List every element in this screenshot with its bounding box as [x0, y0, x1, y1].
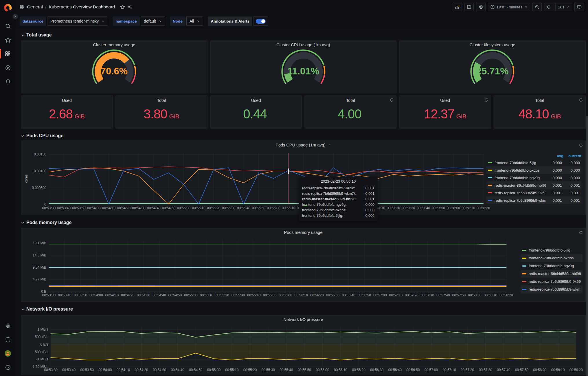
panel-refresh-icon[interactable]	[579, 98, 583, 102]
annotations-label: Annotations & Alerts	[208, 16, 252, 26]
sidebar-expand-button[interactable]	[12, 13, 19, 20]
svg-text:00:56:00: 00:56:00	[267, 206, 280, 210]
legend-item[interactable]: redis-replica-7b6d8965b9-9k69c0.0010.001	[486, 189, 581, 197]
variable-datasource: datasource Prometheus tender-minsky	[20, 16, 108, 26]
legend-item[interactable]: frontend-79b6ddfbfc-bxdbs	[521, 254, 583, 262]
memory-usage-chart[interactable]: 0 B4.77 MiB9.54 MiB14.3 MiB19.1 MiB00:53…	[21, 228, 585, 302]
series-current-value: 0.000	[562, 168, 580, 173]
sidebar-item-search[interactable]	[0, 19, 16, 33]
add-panel-button[interactable]	[453, 3, 462, 11]
section-network-io-pressure[interactable]: Network I/O pressure	[21, 305, 586, 313]
section-total-usage[interactable]: Total usage	[21, 31, 586, 39]
legend-item[interactable]: frontend-79b6ddfbfc-bxdbs0.0000.000	[486, 166, 581, 174]
svg-text:00:56:10: 00:56:10	[295, 293, 308, 297]
main-area: General / Kubernetes Overview Dashboard	[16, 0, 588, 376]
tooltip-series-row: redis-replica-7b6d8965b9-wkm7k:0.001	[302, 191, 374, 196]
panel-cluster-memory-usage: Cluster memory usage 70.6%	[21, 41, 207, 93]
panel-refresh-icon[interactable]	[389, 98, 394, 102]
series-color-swatch	[488, 162, 492, 163]
share-icon[interactable]	[128, 5, 133, 9]
sidebar-item-explore[interactable]	[0, 61, 16, 75]
svg-text:00:54:40: 00:54:40	[171, 368, 185, 372]
stat-label[interactable]: Used	[210, 98, 302, 103]
memory-chart-legend: frontend-79b6ddfbfc-5ljlgfrontend-79b6dd…	[521, 246, 583, 293]
annotations-toggle[interactable]	[253, 16, 268, 26]
svg-text:00:55:50: 00:55:50	[252, 206, 265, 210]
svg-text:00:55:00: 00:55:00	[207, 368, 221, 372]
sidebar-item-alerting[interactable]	[0, 75, 16, 89]
network-io-chart[interactable]: 1 MB/s500 kB/s0 B/s-500 kB/s-1 MB/s-1.50…	[21, 316, 585, 375]
legend-item[interactable]: frontend-79b6ddfbfc-ngv9g0.0000.000	[486, 174, 581, 181]
svg-text:00:53:40: 00:53:40	[57, 206, 71, 210]
cycle-view-mode-button[interactable]	[574, 3, 584, 11]
svg-text:00:56:20: 00:56:20	[310, 293, 324, 297]
svg-text:00:54:10: 00:54:10	[105, 293, 119, 297]
legend-item[interactable]: redis-master-86cf4d589d-hbl960.0010.001	[486, 181, 581, 189]
svg-text:00:54:30: 00:54:30	[153, 368, 166, 372]
breadcrumb-page-title[interactable]: Kubernetes Overview Dashboard	[49, 4, 115, 10]
sidebar-item-starred[interactable]	[0, 33, 16, 47]
legend-item[interactable]: frontend-79b6ddfbfc-ngv9g	[521, 262, 583, 270]
variable-namespace-value[interactable]: default	[141, 16, 165, 26]
stat-label[interactable]: Used	[21, 98, 113, 103]
refresh-button[interactable]	[544, 3, 553, 11]
stat-label[interactable]: Used	[399, 98, 491, 103]
zoom-out-button[interactable]	[532, 3, 542, 11]
stat-label[interactable]: Total	[116, 98, 207, 103]
panel-refresh-icon[interactable]	[484, 98, 488, 102]
legend-item[interactable]: redis-replica-7b6d8965b9-9k69c	[521, 278, 583, 285]
series-name: frontend-79b6ddfbfc-5ljlg	[529, 248, 581, 252]
chevron-down-icon	[101, 19, 105, 23]
legend-item[interactable]: frontend-79b6ddfbfc-5ljlg	[521, 246, 583, 254]
svg-text:1 MB/s: 1 MB/s	[38, 327, 48, 331]
svg-text:00:54:20: 00:54:20	[117, 206, 131, 210]
legend-item[interactable]: redis-replica-7b6d8965b9-wkm7k0.0010.001	[486, 197, 581, 204]
svg-text:00:55:40: 00:55:40	[280, 368, 293, 372]
grafana-logo-icon[interactable]	[3, 2, 13, 13]
variable-namespace-label: namespace	[113, 16, 140, 26]
star-icon[interactable]	[120, 5, 125, 10]
bell-icon	[5, 79, 11, 85]
shield-icon	[5, 337, 11, 343]
time-range-picker[interactable]: Last 5 minutes	[488, 3, 530, 11]
top-nav: General / Kubernetes Overview Dashboard	[16, 0, 588, 14]
dashboard-settings-button[interactable]	[476, 3, 486, 11]
svg-text:00:56:10: 00:56:10	[334, 368, 348, 372]
breadcrumb-section[interactable]: General	[27, 4, 43, 10]
sidebar-item-dashboards[interactable]	[0, 47, 16, 61]
svg-text:00:55:10: 00:55:10	[192, 206, 205, 210]
sidebar-item-server-admin[interactable]	[0, 333, 16, 346]
refresh-interval-dropdown[interactable]: 10s	[555, 3, 572, 11]
series-name: redis-replica-7b6d8965b9-wkm7k	[495, 198, 546, 203]
stat-label[interactable]: Total	[494, 98, 585, 103]
tooltip-series-value: 0.000	[361, 214, 374, 218]
svg-text:00:57:40: 00:57:40	[436, 293, 450, 297]
svg-text:00:57:20: 00:57:20	[461, 368, 474, 372]
legend-item[interactable]: frontend-79b6ddfbfc-5ljlg0.0000.000	[486, 159, 581, 166]
stat-filesystem-used: Used 12.37GiB	[399, 96, 491, 129]
legend-item[interactable]: redis-replica-7b6d8965b9-wkm7k	[521, 285, 583, 293]
gauge-row: Cluster memory usage 70.6% Cluster CPU u…	[21, 41, 586, 93]
variable-datasource-label: datasource	[20, 16, 46, 26]
dashboards-grid-icon	[5, 51, 11, 57]
gear-icon	[5, 323, 11, 329]
sidebar-item-configuration[interactable]	[0, 319, 16, 333]
breadcrumb: General / Kubernetes Overview Dashboard	[20, 4, 133, 10]
save-dashboard-button[interactable]	[464, 3, 474, 11]
variable-node-value[interactable]: All	[186, 16, 203, 26]
variable-datasource-value[interactable]: Prometheus tender-minsky	[47, 16, 108, 26]
legend-item[interactable]: redis-master-86cf4d589d-hbl96	[521, 270, 583, 278]
stat-label[interactable]: Total	[305, 98, 396, 103]
svg-text:00:54:50: 00:54:50	[189, 368, 203, 372]
sidebar-item-help[interactable]: ?	[0, 360, 16, 374]
svg-text:00:57:20: 00:57:20	[405, 293, 418, 297]
sidebar-item-profile[interactable]	[0, 346, 16, 360]
svg-text:00:56:20: 00:56:20	[352, 368, 366, 372]
time-range-label: Last 5 minutes	[497, 5, 522, 9]
page-scrollbar[interactable]	[586, 116, 588, 376]
svg-text:00:53:50: 00:53:50	[74, 293, 87, 297]
svg-text:00:58:10: 00:58:10	[462, 206, 475, 210]
tv-icon	[577, 5, 582, 10]
section-pods-cpu-usage[interactable]: Pods CPU usage	[21, 132, 586, 140]
svg-text:00:57:00: 00:57:00	[425, 368, 438, 372]
